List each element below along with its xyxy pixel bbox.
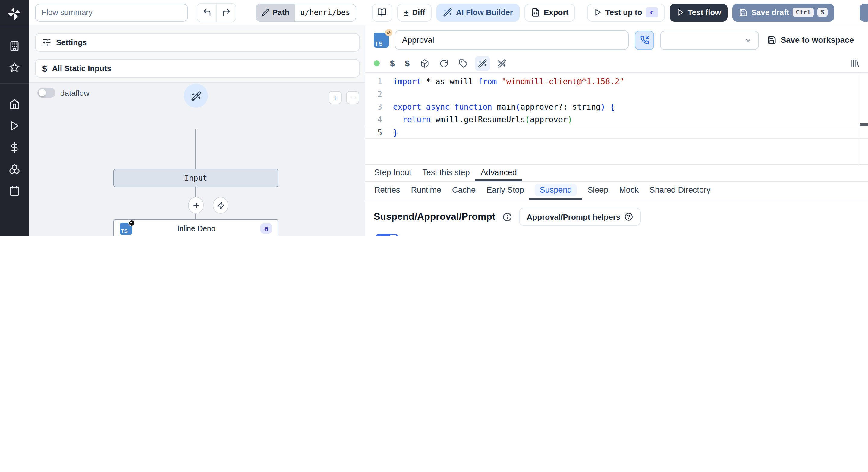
deno-icon xyxy=(128,220,135,226)
favorites-star-icon[interactable] xyxy=(9,57,20,78)
wand-icon xyxy=(443,8,453,17)
suspend-section: Suspend/Approval/Prompt Approval/Prompt … xyxy=(365,200,868,236)
zoom-in-button[interactable]: + xyxy=(329,91,342,104)
workspace-icon[interactable] xyxy=(9,35,20,57)
tab-runtime[interactable]: Runtime xyxy=(406,182,447,200)
tab-advanced[interactable]: Advanced xyxy=(475,165,522,181)
undo-redo-group xyxy=(196,3,236,22)
rail-nav-group xyxy=(9,93,20,202)
test-up-to-button[interactable]: Test up to c xyxy=(587,3,665,21)
approval-prompt-helpers-button[interactable]: Approval/Prompt helpers xyxy=(519,208,641,226)
tab-sleep[interactable]: Sleep xyxy=(582,182,614,200)
package-icon[interactable] xyxy=(420,59,429,68)
typescript-icon: TS☺ xyxy=(374,33,389,47)
dollar-icon: $ xyxy=(42,63,47,73)
input-node[interactable]: Input xyxy=(113,169,278,187)
resources-icon[interactable] xyxy=(9,158,20,180)
minimap-divider xyxy=(860,73,860,164)
export-label: Export xyxy=(544,8,568,17)
step-editor-panel: TS☺ Save to workspace $ xyxy=(365,25,868,236)
file-export-icon xyxy=(531,8,540,17)
home-icon[interactable] xyxy=(9,93,20,115)
reload-icon[interactable] xyxy=(439,59,448,68)
wand-icon xyxy=(191,91,201,101)
info-icon[interactable] xyxy=(503,212,512,221)
diff-button[interactable]: ± Diff xyxy=(397,3,432,21)
add-step-button[interactable] xyxy=(188,197,204,214)
tab-test-this-step[interactable]: Test this step xyxy=(417,165,475,181)
undo-button[interactable] xyxy=(197,3,216,21)
graph-canvas[interactable]: dataflow + − Input xyxy=(29,82,365,236)
test-up-to-label: Test up to xyxy=(605,8,642,17)
suspend-phone-button[interactable] xyxy=(635,30,654,50)
ai-flow-builder-label: AI Flow Builder xyxy=(456,8,513,17)
path-value: u/henri/bes xyxy=(295,4,355,21)
save-draft-button[interactable]: Save draft Ctrl S xyxy=(733,3,834,21)
tab-retries[interactable]: Retries xyxy=(369,182,406,200)
runs-icon[interactable] xyxy=(9,115,20,137)
add-trigger-button[interactable] xyxy=(213,197,228,214)
tab-cache[interactable]: Cache xyxy=(447,182,481,200)
path-label: Path xyxy=(273,8,289,17)
resource-picker-icon[interactable]: $ xyxy=(405,58,410,68)
tag-icon[interactable] xyxy=(458,59,467,68)
deploy-button-clipped[interactable] xyxy=(860,4,868,22)
tab-suspend[interactable]: Suspend xyxy=(530,182,582,200)
flow-summary-input[interactable] xyxy=(35,3,188,21)
diff-label: Diff xyxy=(412,8,425,17)
script-version-select[interactable] xyxy=(660,30,759,50)
test-flow-button[interactable]: Test flow xyxy=(670,3,728,21)
sliders-icon xyxy=(42,38,51,47)
library-icon[interactable] xyxy=(850,58,860,68)
variable-picker-icon[interactable]: $ xyxy=(390,58,395,68)
tab-early-stop[interactable]: Early Stop xyxy=(481,182,530,200)
suspend-toggle[interactable] xyxy=(374,234,400,236)
step-name-input[interactable] xyxy=(395,30,629,50)
chevron-down-icon xyxy=(744,36,752,44)
variables-icon[interactable] xyxy=(9,137,20,158)
windmill-logo-icon[interactable] xyxy=(7,5,22,21)
topbar: Path u/henri/bes ± Diff AI Flow Builder … xyxy=(29,0,868,25)
app-rail xyxy=(0,0,29,236)
input-node-label: Input xyxy=(120,173,272,182)
redo-button[interactable] xyxy=(216,3,236,21)
ai-flow-builder-button[interactable]: AI Flow Builder xyxy=(437,3,520,21)
tab-step-input[interactable]: Step Input xyxy=(369,165,417,181)
ai-wand-active-icon[interactable] xyxy=(475,56,490,71)
zoom-out-button[interactable]: − xyxy=(346,91,359,104)
suspend-heading: Suspend/Approval/Prompt xyxy=(374,211,495,222)
export-button[interactable]: Export xyxy=(524,3,575,21)
scrollbar-indicator[interactable] xyxy=(860,124,868,126)
pencil-icon xyxy=(261,8,270,16)
test-flow-label: Test flow xyxy=(688,8,721,17)
step-node-a[interactable]: TS Inline Deno a xyxy=(113,219,278,236)
code-line-active: 5 } xyxy=(365,126,868,139)
schedules-icon[interactable] xyxy=(9,180,20,202)
save-floppy-icon xyxy=(739,8,748,16)
ai-assist-button[interactable] xyxy=(184,84,208,108)
save-draft-label: Save draft xyxy=(751,8,789,17)
tab-mock[interactable]: Mock xyxy=(614,182,644,200)
windmill-flow-editor: Path u/henri/bes ± Diff AI Flow Builder … xyxy=(0,0,868,236)
dataflow-label: dataflow xyxy=(60,88,90,97)
editor-toolbar: $ $ xyxy=(365,54,868,72)
flow-graph-panel: Settings $ All Static Inputs dataflow + … xyxy=(29,25,365,236)
code-line: 4 return wmill.getResumeUrls(approver) xyxy=(365,113,868,126)
settings-label: Settings xyxy=(56,38,87,47)
rail-divider xyxy=(0,83,29,84)
code-editor[interactable]: 1 import * as wmill from "windmill-clien… xyxy=(365,72,868,164)
tab-shared-directory[interactable]: Shared Directory xyxy=(644,182,716,200)
kbd-s: S xyxy=(818,8,828,17)
save-to-workspace-button[interactable]: Save to workspace xyxy=(767,36,854,44)
ai-wand-off-icon[interactable] xyxy=(497,59,506,68)
play-icon xyxy=(676,8,684,16)
approval-emoji-icon: ☺ xyxy=(385,29,393,36)
path-button[interactable]: Path u/henri/bes xyxy=(255,3,356,21)
all-static-inputs-card[interactable]: $ All Static Inputs xyxy=(35,59,360,78)
flow-settings-card[interactable]: Settings xyxy=(35,33,360,52)
dataflow-toggle[interactable] xyxy=(37,88,56,98)
status-dot-icon xyxy=(374,60,380,66)
rail-workspace-group xyxy=(9,35,20,78)
docs-book-button[interactable] xyxy=(372,3,393,21)
phone-incoming-icon xyxy=(640,36,649,44)
